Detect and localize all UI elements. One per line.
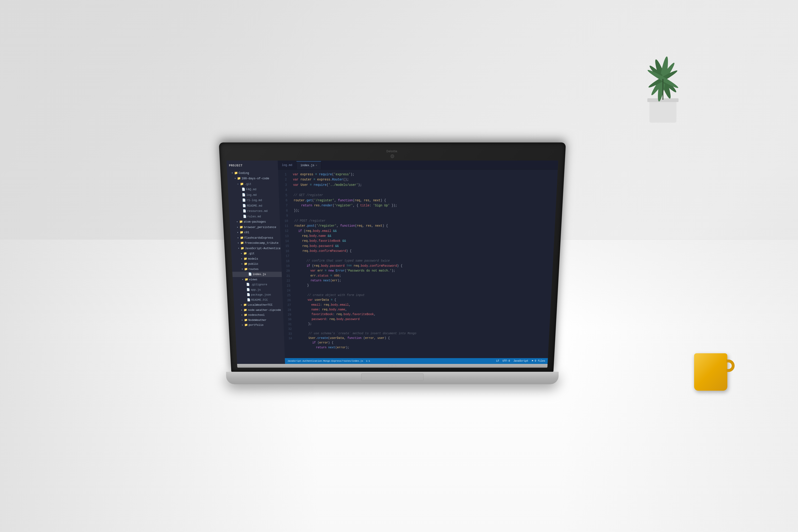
sidebar-item-jsauth[interactable]: 📁 JavaScript-Authentication [231,246,281,251]
editor-area: log.md index.js ✕ 1234567891011121314151… [278,160,558,364]
status-utf8: UTF-8 [502,359,510,363]
sidebar-item-nodeweather[interactable]: 📁 node-weather-zipcode [234,308,283,312]
chevron-right-icon [241,308,243,311]
laptop-bottom-bar: · · · [237,364,548,368]
code-line-30: password: req.body.password [297,317,550,322]
code-line-33: // use schema's `create` method to inser… [298,331,549,336]
sidebar-item-packagejson[interactable]: 📄 package.json [233,292,283,297]
code-line-11: router.post('/register', function(req, r… [294,223,555,228]
folder-icon: 📁 [243,251,247,256]
code-line-34: User.create(userData, function (error, u… [298,336,549,340]
status-files: ⚑ 0 files [532,359,545,363]
sidebar-item-browser[interactable]: 📁 browser_persistence [230,225,280,230]
sidebar-item-nodeweather2[interactable]: 📁 NodeWeather [235,318,283,323]
md-icon: 📄 [247,298,250,302]
editor-tabs: log.md index.js ✕ [278,160,558,169]
tab-label-indexjs: index.js [301,163,315,168]
code-line-13: req.body.name && [295,233,554,239]
sidebar-item-portfolio[interactable]: 📁 portfolio [235,323,284,327]
laptop-scene: Deloitte. Project 📁 Coding [226,157,558,384]
code-line-28: name: req.body.name, [297,307,551,312]
code-line-19: if (req.body.password !== req.body.confi… [296,263,553,268]
code-line-25: // create object with form input [297,292,551,297]
chevron-right-icon [237,226,239,229]
folder-icon: 📁 [234,171,238,175]
sidebar-item-flashcards[interactable]: 📁 FlashcardsExpress [230,235,281,241]
sidebar-item-freecode[interactable]: 📁 freecodecamp_tribute [231,241,281,246]
chevron-right-icon [241,252,242,255]
tab-logmd[interactable]: log.md [278,161,297,169]
sidebar-item-faq[interactable]: 📄 FAQ.md [228,187,279,192]
file-icon: 📄 [246,282,250,287]
sidebar-item-atom[interactable]: 📁 atom-packages [230,219,280,225]
sidebar-item-localweather[interactable]: 📁 LocalWeatherFCC [234,302,283,307]
sidebar-item-routes[interactable]: 📁 routes [232,267,282,272]
folder-icon: 📁 [244,318,247,322]
sidebar-item-git1[interactable]: 📁 .git [228,181,279,187]
code-line-10: // POST /register [294,218,555,223]
sidebar-item-coding[interactable]: 📁 Coding [227,170,278,176]
code-line-18: // confirm that user typed same password… [296,258,553,263]
code-line-32 [298,326,549,331]
sidebar-item-public[interactable]: 📁 public [232,262,281,267]
code-line-35: if (error) { [298,340,549,345]
sidebar-item-indexjs[interactable]: 📄 index.js [232,272,282,277]
code-line-26: var userData = { [297,298,551,302]
sidebar-item-readmefcc[interactable]: 📄 README.FCC [233,297,283,302]
sidebar-item-100days[interactable]: 📁 100-days-of-code [227,176,279,181]
folder-icon: 📁 [244,323,248,327]
sidebar-section: 📁 Coding 📁 100-days-of-code 📁 .g [227,170,284,328]
code-line-7: return res.render('register', { title: '… [293,203,556,208]
code-line-36: return next(error); [298,345,549,350]
sidebar-item-r1log[interactable]: 📄 r1-log.md [228,197,279,203]
sidebar-item-logmd[interactable]: 📄 log.md [228,192,279,197]
js-icon: 📄 [246,288,250,292]
md-icon: 📄 [242,198,246,203]
tab-label-logmd: log.md [282,163,292,168]
code-line-17 [295,253,553,259]
chevron-right-icon [238,242,239,245]
chevron-down-icon [242,267,243,271]
sidebar-item-git2[interactable]: 📁 .git [231,251,281,256]
chevron-right-icon [236,220,238,223]
code-line-29: favoriteBook: req.body.favoriteBook, [297,312,550,317]
file-icon: 📄 [247,293,250,297]
chevron-right-icon [237,231,239,234]
chevron-right-icon [241,303,242,307]
sidebar-item-readme[interactable]: 📄 README.md [229,203,280,208]
code-line-21: err.status = 400; [296,273,552,278]
code-line-4 [293,187,557,193]
sidebar-item-c01[interactable]: 📁 c01 [230,230,280,235]
folder-icon: 📁 [240,236,244,240]
sidebar-item-appjs[interactable]: 📄 app.js [233,287,282,292]
sidebar-item-rules[interactable]: 📄 rules.md [229,214,280,219]
md-icon: 📄 [242,187,245,192]
code-line-23: } [296,283,552,288]
laptop-base [226,372,558,384]
chevron-down-icon [231,171,233,175]
yellow-mug [694,353,727,391]
tab-indexjs[interactable]: index.js ✕ [296,161,321,169]
svg-rect-0 [649,100,677,122]
code-line-20: var err = new Error('Passwords do not ma… [296,268,553,273]
sidebar-item-models[interactable]: 📁 models [231,256,281,262]
folder-icon: 📁 [245,278,248,282]
md-icon: 📄 [242,204,246,208]
folder-icon: 📁 [244,256,247,261]
md-icon: 📄 [243,214,247,218]
folder-icon: 📁 [244,262,247,266]
status-lf: LF [496,359,499,363]
sidebar-item-nodeschool[interactable]: 📁 nodeschool [234,312,283,318]
laptop-trackpad[interactable] [361,374,423,381]
sidebar-item-gitignore[interactable]: 📄 .gitignore [233,282,282,287]
folder-icon: 📁 [241,246,244,250]
chevron-right-icon [242,278,244,281]
chevron-right-icon [237,236,239,240]
code-editor[interactable]: var express = require('express'); var ro… [289,170,558,358]
tab-close-icon[interactable]: ✕ [316,164,317,167]
sidebar-item-resources[interactable]: 📄 resources.md [229,208,280,214]
chevron-down-icon [238,247,240,250]
sidebar-item-views[interactable]: 📁 views [232,277,282,282]
code-line-12: if (req.body.email && [294,228,555,233]
folder-icon: 📁 [240,241,244,245]
